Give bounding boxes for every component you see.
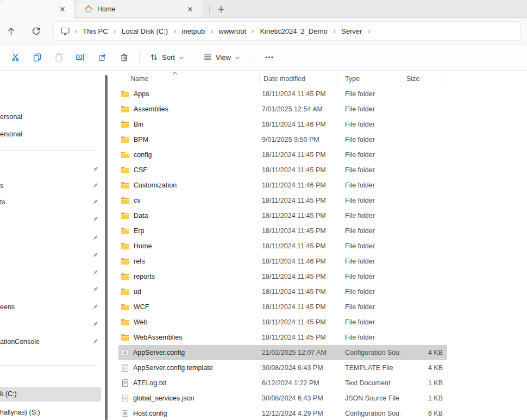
table-row[interactable]: AppServer.config21/02/2025 12:07 AMConfi… (118, 345, 447, 360)
tab-bar: Home (0, 0, 527, 18)
type-cell: JSON Source File (345, 394, 400, 402)
command-toolbar: A Sort View (0, 44, 527, 71)
file-name: Web (134, 318, 147, 326)
close-tab-icon[interactable] (186, 5, 195, 14)
share-button[interactable] (91, 48, 113, 67)
type-cell: File folder (345, 181, 400, 189)
column-header-size[interactable]: Size (400, 74, 447, 84)
breadcrumb-chevron-icon[interactable]: › (331, 27, 338, 35)
column-header-date-modified[interactable]: Date modified (260, 74, 338, 84)
table-row[interactable]: WebAssemblies18/11/2024 11:45 PMFile fol… (118, 330, 447, 345)
column-header-name[interactable]: Name (111, 74, 260, 84)
rename-button[interactable]: A (70, 48, 91, 67)
table-row[interactable]: Web18/11/2024 11:45 PMFile folder (118, 315, 447, 330)
type-cell: File folder (345, 334, 400, 341)
file-name-cell: AppServer.config.template (118, 363, 262, 372)
table-row[interactable]: CSF18/11/2024 11:45 PMFile folder (118, 162, 447, 178)
file-name: AppServer.config (133, 349, 185, 356)
pin-icon (91, 286, 99, 293)
file-name: reports (134, 273, 155, 280)
sidebar-item-pinned[interactable]: ationConsole (0, 336, 40, 347)
breadcrumb-chevron-icon[interactable]: › (171, 27, 178, 35)
table-row[interactable]: ATELog.txt6/12/2024 1:22 PMText Document… (118, 375, 447, 391)
sort-label: Sort (162, 53, 175, 61)
column-header-type[interactable]: Type (338, 74, 400, 84)
view-icon (203, 53, 212, 62)
cut-button[interactable] (4, 48, 26, 67)
table-row[interactable]: Erp18/11/2024 11:45 PMFile folder (118, 223, 447, 239)
pin-icon (91, 321, 99, 328)
breadcrumb-chevron-icon[interactable]: › (72, 27, 79, 35)
file-name-cell: Bin (118, 121, 262, 128)
breadcrumb-item[interactable]: inetpub (179, 25, 209, 37)
folder-icon (121, 227, 130, 235)
toolbar-divider (254, 52, 254, 64)
breadcrumb-item[interactable]: Server (338, 25, 365, 37)
date-modified-cell: 18/11/2024 11:45 PM (262, 288, 345, 296)
chevron-down-icon (234, 54, 241, 61)
breadcrumb-item[interactable]: This PC (79, 25, 111, 37)
sidebar-item-pinned[interactable]: s (0, 180, 3, 191)
breadcrumb-item[interactable]: Kinetic2024_2_Demo (256, 25, 330, 37)
file-name-cell: CSF (118, 166, 262, 174)
folder-icon (121, 181, 130, 189)
new-tab-button[interactable] (215, 3, 227, 15)
scrollbar-thumb[interactable] (105, 75, 108, 420)
sidebar-item-drive[interactable]: hallynas) (S:) (0, 405, 101, 420)
rename-icon: A (76, 53, 85, 62)
tab-home[interactable]: Home (77, 0, 202, 18)
view-button[interactable]: View (198, 49, 246, 65)
sidebar-scrollbar (103, 71, 109, 420)
breadcrumb-item[interactable]: wwwroot (216, 25, 250, 37)
delete-button[interactable] (113, 48, 135, 67)
table-row[interactable]: Customization18/11/2024 11:46 PMFile fol… (118, 178, 447, 193)
breadcrumb-chevron-icon[interactable]: › (249, 27, 256, 35)
share-icon (98, 53, 107, 62)
date-modified-cell: 18/11/2024 11:46 PM (262, 258, 345, 265)
tab-divider (209, 5, 210, 14)
table-row[interactable]: Assemblies7/01/2025 12:54 AMFile folder (118, 102, 447, 117)
table-row[interactable]: config18/11/2024 11:45 PMFile folder (118, 147, 447, 162)
table-row[interactable]: Data18/11/2024 11:45 PMFile folder (118, 208, 447, 223)
close-tab-icon[interactable] (58, 5, 67, 14)
sort-button[interactable]: Sort (144, 49, 190, 65)
up-button[interactable] (2, 22, 20, 40)
breadcrumb-chevron-icon[interactable]: › (208, 27, 215, 35)
table-row[interactable]: reports18/11/2024 11:45 PMFile folder (118, 269, 447, 284)
pin-icon (91, 216, 99, 223)
pin-icon (91, 234, 99, 242)
tab-current[interactable] (0, 0, 74, 18)
sidebar-item-cloud[interactable]: ersonal (0, 129, 22, 140)
sidebar-item-pinned[interactable]: eens (0, 302, 15, 312)
type-cell: File folder (345, 121, 400, 128)
table-row[interactable]: WCF18/11/2024 11:45 PMFile folder (118, 299, 447, 315)
sidebar-item-pinned[interactable]: ts (0, 197, 5, 208)
sidebar-item-drive[interactable]: k (C:) (0, 387, 101, 402)
file-name: Apps (134, 90, 149, 98)
type-cell: File folder (345, 212, 400, 220)
more-options-button[interactable] (259, 48, 280, 67)
sidebar-item-cloud[interactable]: ersonal (0, 111, 22, 122)
address-bar[interactable]: ›This PC›Local Disk (C:)›inetpub›wwwroot… (53, 21, 520, 41)
table-row[interactable]: Host.config12/12/2024 4:29 PMConfigurati… (118, 406, 447, 420)
table-row[interactable]: ud18/11/2024 11:45 PMFile folder (118, 284, 447, 299)
table-row[interactable]: Apps18/11/2024 11:45 PMFile folder (118, 86, 447, 102)
file-name-cell: Erp (118, 227, 262, 235)
breadcrumb-chevron-icon[interactable]: › (111, 27, 118, 35)
type-cell: File folder (345, 151, 400, 159)
file-name: ud (134, 288, 141, 296)
table-row[interactable]: AppServer.config.template30/08/2024 6:43… (118, 360, 447, 375)
table-row[interactable]: Bin18/11/2024 11:46 PMFile folder (118, 117, 447, 132)
table-row[interactable]: Home18/11/2024 11:45 PMFile folder (118, 239, 447, 254)
table-row[interactable]: global_services.json30/08/2024 6:43 PMJS… (118, 391, 447, 406)
chevron-down-icon (178, 54, 185, 61)
table-row[interactable]: cv18/11/2024 11:45 PMFile folder (118, 193, 447, 208)
file-name-cell: refs (118, 258, 262, 265)
paste-button[interactable] (48, 48, 70, 67)
refresh-button[interactable] (27, 22, 45, 40)
table-row[interactable]: refs18/11/2024 11:46 PMFile folder (118, 254, 447, 269)
copy-button[interactable] (26, 48, 48, 67)
table-row[interactable]: BPM9/01/2025 9:50 PMFile folder (118, 132, 447, 147)
breadcrumb-chevron-icon[interactable]: › (365, 27, 372, 35)
breadcrumb-item[interactable]: Local Disk (C:) (118, 25, 171, 37)
